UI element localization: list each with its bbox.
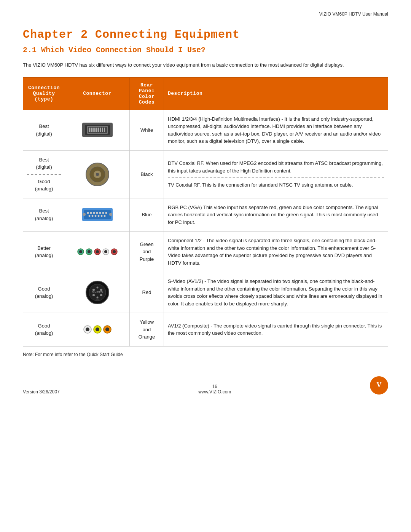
svg-text:S-VIDEO: S-VIDEO: [92, 291, 103, 294]
col-header-quality: ConnectionQuality (type): [23, 77, 65, 110]
svg-point-37: [88, 250, 91, 253]
component-icon: [69, 248, 126, 255]
svg-point-41: [104, 250, 107, 253]
col-header-description: Description: [164, 77, 388, 110]
table-row: Best(digital) Good(analog) Black DTV Coa…: [23, 150, 388, 198]
svg-rect-4: [89, 128, 90, 132]
svg-point-49: [100, 294, 102, 296]
svg-point-48: [92, 294, 95, 296]
chapter-title: Chapter 2 Connecting Equipment: [23, 28, 388, 41]
top-header: VIZIO VM60P HDTV User Manual: [23, 11, 388, 17]
desc-cell-component: Component 1/2 - The video signal is sepa…: [164, 232, 388, 272]
connector-cell-svideo: S-VIDEO: [65, 272, 130, 313]
quality-cell-coax: Best(digital) Good(analog): [23, 150, 65, 198]
hdmi-icon: [80, 120, 115, 141]
svg-point-21: [93, 212, 95, 214]
connector-cell-vga: [65, 198, 130, 232]
quality-cell-component: Better(analog): [23, 232, 65, 272]
color-cell-green-purple: GreenandPurple: [130, 232, 164, 272]
svg-point-19: [87, 212, 89, 214]
svg-rect-7: [94, 128, 96, 132]
section-title: 2.1 Which Video Connection Should I Use?: [23, 46, 388, 54]
svg-point-50: [96, 287, 98, 289]
svg-point-22: [96, 212, 98, 214]
svg-point-35: [79, 250, 82, 253]
svg-point-59: [105, 328, 109, 331]
quality-cell-svideo: Good(analog): [23, 272, 65, 313]
table-row: Good(analog) S-VIDEO: [23, 272, 388, 313]
svg-point-30: [100, 215, 102, 217]
svg-rect-5: [91, 128, 92, 132]
color-cell-blue: Blue: [130, 198, 164, 232]
coax-icon: [84, 161, 111, 188]
svg-point-55: [86, 328, 89, 331]
svg-point-31: [104, 215, 105, 217]
table-row: Best(digital): [23, 110, 388, 150]
table-row: Good(analog) YellowandOrange AV1/2 (Comp…: [23, 313, 388, 347]
svg-rect-18: [84, 210, 111, 219]
footer-logo: V: [370, 376, 388, 395]
svg-rect-12: [104, 128, 105, 132]
svg-point-29: [97, 215, 99, 217]
footer-version: Version 3/26/2007: [23, 389, 60, 395]
connection-table: ConnectionQuality (type) Connector RearP…: [23, 77, 388, 347]
desc-cell-coax: DTV Coaxial RF. When used for MPEG2 enco…: [164, 150, 388, 198]
col-header-connector: Connector: [65, 77, 130, 110]
desc-cell-svideo: S-Video (AV1/2) - The video signal is se…: [164, 272, 388, 313]
desc-cell-hdmi: HDMI 1/2/3/4 (High-Definition Multimedia…: [164, 110, 388, 150]
svideo-icon: S-VIDEO: [84, 279, 111, 306]
svg-point-51: [96, 297, 98, 299]
quality-cell-vga: Best(analog): [23, 198, 65, 232]
footer-page: 16 www.VIZIO.com: [198, 384, 231, 395]
color-cell-red: Red: [130, 272, 164, 313]
desc-cell-composite: AV1/2 (Composite) - The complete video s…: [164, 313, 388, 347]
composite-icon: [69, 325, 126, 334]
connector-cell-coax: [65, 150, 130, 198]
svg-rect-8: [96, 128, 97, 132]
svg-rect-11: [102, 128, 103, 132]
note-text: Note: For more info refer to the Quick S…: [23, 352, 388, 357]
svg-rect-52: [96, 299, 99, 300]
svg-point-57: [96, 328, 99, 331]
connector-cell-composite: [65, 313, 130, 347]
svg-point-20: [90, 212, 92, 214]
color-cell-black: Black: [130, 150, 164, 198]
svg-point-43: [113, 250, 116, 253]
svg-point-24: [102, 212, 104, 214]
svg-point-28: [94, 215, 96, 217]
connector-cell-component: [65, 232, 130, 272]
vga-icon: [80, 204, 115, 225]
desc-cell-vga: RGB PC (VGA) This video input has separa…: [164, 198, 388, 232]
table-row: Best(analog): [23, 198, 388, 232]
vizio-logo-icon: V: [370, 376, 388, 395]
quality-cell-composite: Good(analog): [23, 313, 65, 347]
svg-point-27: [91, 215, 93, 217]
connector-cell-hdmi: [65, 110, 130, 150]
svg-point-32: [83, 213, 86, 216]
page-footer: Version 3/26/2007 16 www.VIZIO.com V: [23, 376, 388, 395]
svg-point-33: [109, 213, 112, 216]
color-cell-white: White: [130, 110, 164, 150]
svg-point-23: [99, 212, 101, 214]
table-row: Better(analog) GreenandPurple Component …: [23, 232, 388, 272]
intro-text: The VIZIO VM60P HDTV has six different w…: [23, 61, 388, 69]
col-header-color: RearPanelColorCodes: [130, 77, 164, 110]
quality-cell: Best(digital): [23, 110, 65, 150]
svg-rect-10: [100, 128, 101, 132]
color-cell-yellow-orange: YellowandOrange: [130, 313, 164, 347]
svg-rect-9: [98, 128, 99, 132]
svg-rect-6: [92, 128, 94, 132]
svg-point-25: [105, 212, 107, 214]
svg-point-39: [96, 250, 99, 253]
svg-point-16: [96, 173, 99, 176]
svg-point-26: [88, 215, 90, 217]
